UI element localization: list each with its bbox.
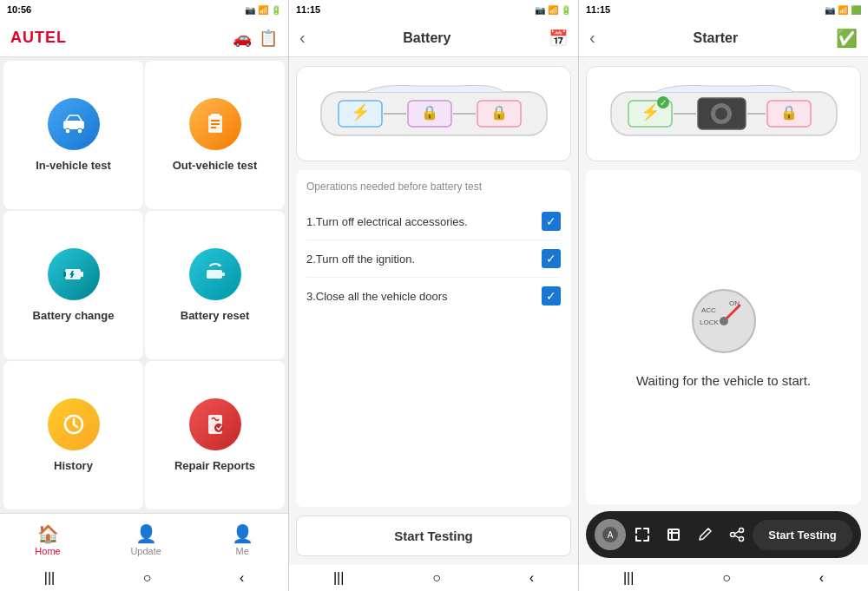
- history-icon: [48, 398, 100, 450]
- android-menu-icon2[interactable]: |||: [333, 570, 344, 586]
- battery-title: Battery: [403, 30, 450, 46]
- share-icon[interactable]: [721, 519, 753, 550]
- out-vehicle-label: Out-vehicle test: [173, 159, 258, 172]
- svg-line-48: [734, 535, 739, 538]
- operation-text-3: 3.Close all the vehicle doors: [306, 290, 448, 303]
- repair-reports-icon: [189, 398, 241, 450]
- starter-title-bar: ‹ Starter ✅: [579, 19, 868, 57]
- status-icons-panel1: 📷 📶 🔋: [245, 5, 281, 15]
- starter-title-icons: ✅: [836, 28, 858, 49]
- camera-icon3: 📷: [825, 5, 835, 15]
- starter-panel: 11:15 📷 📶 🟩 ‹ Starter ✅ ⚡ ✓: [579, 0, 868, 591]
- battery-status-icon: 📷: [245, 5, 255, 15]
- operation-item-3: 3.Close all the vehicle doors ✓: [306, 278, 561, 314]
- menu-item-repair-reports[interactable]: Repair Reports: [145, 361, 285, 509]
- checkbox-1[interactable]: ✓: [542, 212, 561, 231]
- out-vehicle-icon: [189, 98, 241, 150]
- android-nav-panel3: ||| ○ ‹: [579, 565, 868, 591]
- svg-text:🔒: 🔒: [490, 104, 508, 121]
- battery-car-diagram: ⚡ 🔒 🔒: [296, 66, 571, 161]
- menu-item-in-vehicle[interactable]: In-vehicle test: [3, 61, 143, 209]
- checkbox-3[interactable]: ✓: [542, 286, 561, 305]
- svg-rect-0: [63, 121, 84, 129]
- status-bar-panel2: 11:15 📷 📶 🔋: [289, 0, 578, 19]
- battery-diagram-svg: ⚡ 🔒 🔒: [312, 79, 556, 148]
- android-home-icon[interactable]: ○: [143, 570, 152, 586]
- time-panel3: 11:15: [586, 4, 610, 15]
- svg-point-1: [65, 128, 70, 134]
- operation-text-1: 1.Turn off electrical accessories.: [306, 215, 468, 228]
- svg-point-2: [77, 128, 82, 134]
- operation-text-2: 2.Turn off the ignition.: [306, 253, 415, 266]
- update-icon: 👤: [135, 523, 157, 544]
- android-back-icon[interactable]: ‹: [240, 570, 244, 586]
- battery-icon2: 🔋: [561, 5, 571, 15]
- camera-icon: 📷: [535, 5, 545, 15]
- autel-header: AUTEL 🚗 📋: [0, 19, 288, 57]
- android-back-icon3[interactable]: ‹: [819, 570, 824, 586]
- svg-text:ACC: ACC: [701, 306, 716, 314]
- battery-icon3: 🟩: [851, 5, 861, 15]
- wifi-icon: 📶: [258, 5, 268, 15]
- edit-icon[interactable]: [689, 519, 720, 550]
- nav-update[interactable]: 👤 Update: [130, 523, 161, 556]
- me-icon: 👤: [232, 523, 253, 544]
- signal-icon: 📶: [548, 5, 558, 15]
- svg-point-38: [720, 317, 728, 325]
- time-panel1: 10:56: [7, 4, 31, 15]
- history-label: History: [54, 459, 93, 472]
- menu-item-battery-reset[interactable]: Battery reset: [145, 211, 285, 359]
- battery-panel: 11:15 📷 📶 🔋 ‹ Battery 📅 ⚡ 🔒: [289, 0, 579, 591]
- operations-section: Operations needed before battery test 1.…: [296, 170, 571, 507]
- nav-home[interactable]: 🏠 Home: [35, 523, 60, 556]
- repair-reports-label: Repair Reports: [174, 459, 255, 472]
- android-home-icon2[interactable]: ○: [432, 570, 441, 586]
- svg-rect-12: [222, 273, 225, 276]
- android-home-icon3[interactable]: ○: [722, 570, 731, 586]
- menu-item-history[interactable]: History: [3, 361, 143, 509]
- starter-back-button[interactable]: ‹: [589, 28, 595, 48]
- title-icons: 📅: [549, 29, 568, 48]
- android-menu-icon3[interactable]: |||: [623, 570, 634, 586]
- battery-icon: 🔋: [271, 5, 281, 15]
- operation-item-1: 1.Turn off electrical accessories. ✓: [306, 203, 561, 240]
- svg-point-46: [739, 537, 743, 542]
- start-testing-button-panel2[interactable]: Start Testing: [296, 515, 571, 556]
- nav-update-label: Update: [130, 546, 161, 556]
- svg-text:⚡: ⚡: [641, 102, 661, 121]
- svg-rect-4: [211, 114, 220, 117]
- waiting-text: Waiting for the vehicle to start.: [636, 373, 811, 388]
- checkbox-2[interactable]: ✓: [542, 249, 561, 268]
- svg-rect-9: [81, 272, 83, 277]
- start-testing-button-panel3[interactable]: Start Testing: [753, 520, 852, 550]
- battery-title-bar: ‹ Battery 📅: [289, 19, 578, 57]
- android-menu-icon[interactable]: |||: [44, 570, 55, 586]
- svg-rect-11: [207, 270, 222, 279]
- home-icon: 🏠: [37, 523, 59, 544]
- nav-me-label: Me: [235, 546, 248, 556]
- android-back-icon2[interactable]: ‹: [529, 570, 534, 586]
- nav-me[interactable]: 👤 Me: [232, 523, 253, 556]
- expand-icon[interactable]: [627, 519, 658, 550]
- status-bar-panel3: 11:15 📷 📶 🟩: [579, 0, 868, 19]
- menu-item-out-vehicle[interactable]: Out-vehicle test: [145, 61, 285, 209]
- starter-diagram-svg: ⚡ ✓ 🔒: [602, 79, 845, 148]
- vehicle-icon: 🚗: [233, 29, 252, 48]
- svg-text:🔒: 🔒: [421, 104, 438, 121]
- svg-rect-10: [63, 272, 66, 277]
- back-button[interactable]: ‹: [299, 28, 306, 48]
- svg-rect-41: [668, 529, 679, 540]
- waiting-section: LOCK ACC ON Waiting for the vehicle to s…: [586, 170, 861, 504]
- starter-bottom-toolbar: A: [586, 511, 861, 558]
- signal-icon3: 📶: [838, 5, 848, 15]
- main-menu-panel: 10:56 📷 📶 🔋 AUTEL 🚗 📋 In-vehicle t: [0, 0, 289, 591]
- svg-point-30: [715, 108, 727, 120]
- battery-change-label: Battery change: [33, 309, 115, 322]
- crop-icon[interactable]: [658, 519, 689, 550]
- svg-text:LOCK: LOCK: [700, 318, 719, 326]
- nav-home-label: Home: [35, 546, 60, 556]
- toolbar-avatar[interactable]: A: [595, 519, 626, 550]
- menu-grid: In-vehicle test Out-vehicle test: [0, 57, 288, 513]
- menu-item-battery-change[interactable]: Battery change: [3, 211, 143, 359]
- svg-text:🔒: 🔒: [780, 104, 798, 121]
